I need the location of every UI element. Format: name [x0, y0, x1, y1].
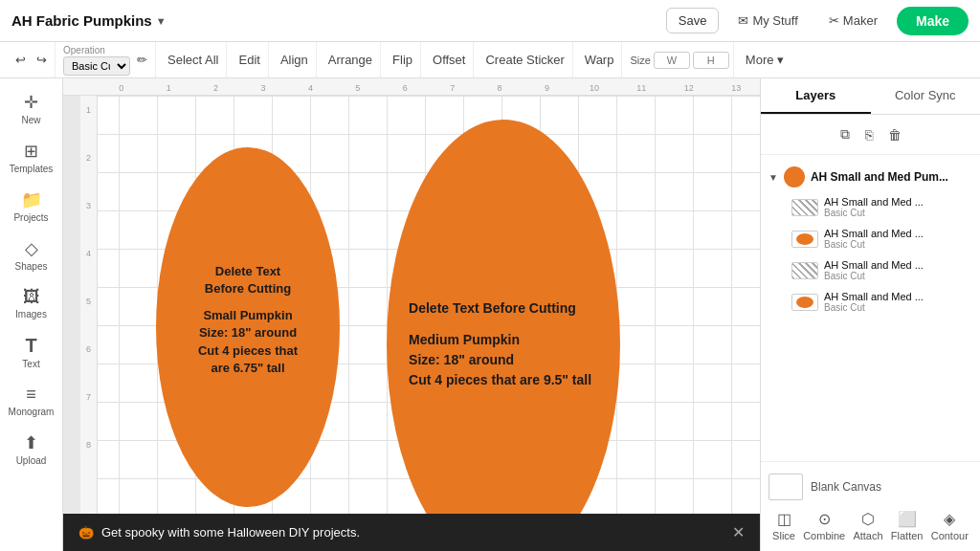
- edit-button[interactable]: Edit: [234, 50, 263, 70]
- medium-pumpkin-text: Delete Text Before Cutting Medium Pumpki…: [409, 298, 599, 390]
- attach-button[interactable]: ⬡ Attach: [853, 510, 882, 541]
- slice-button[interactable]: ◫ Slice: [772, 510, 795, 541]
- tab-color-sync[interactable]: Color Sync: [871, 78, 981, 114]
- sidebar-item-templates[interactable]: ⊞ Templates: [4, 135, 59, 180]
- small-pumpkin-container[interactable]: Delete Text Before Cutting Small Pumpkin…: [152, 143, 344, 512]
- sidebar-item-shapes-label: Shapes: [15, 261, 48, 272]
- layer-name-3: AH Small and Med ...: [824, 259, 969, 271]
- my-stuff-label: My Stuff: [752, 13, 797, 28]
- edit-group: Edit: [231, 42, 268, 77]
- layer-name-2: AH Small and Med ...: [824, 228, 969, 239]
- layer-group[interactable]: ▼ AH Small and Med Pum... AH Small and M…: [761, 159, 980, 321]
- operation-label: Operation: [63, 45, 130, 55]
- maker-button[interactable]: ✂ Maker: [817, 9, 889, 33]
- toast-notification: 🎃 Get spooky with some Halloween DIY pro…: [63, 514, 760, 551]
- sidebar-item-templates-label: Templates: [10, 164, 54, 174]
- layers-list: ▼ AH Small and Med Pum... AH Small and M…: [761, 155, 980, 461]
- undo-button[interactable]: ↩: [11, 50, 30, 70]
- layer-name-4: AH Small and Med ...: [824, 291, 969, 302]
- maker-icon: ✂: [829, 13, 839, 28]
- sidebar-item-projects-label: Projects: [13, 212, 48, 223]
- svg-point-2: [786, 168, 803, 186]
- select-all-button[interactable]: Select All: [164, 50, 222, 70]
- create-sticker-button[interactable]: Create Sticker: [481, 50, 568, 70]
- images-icon: 🖼: [23, 287, 40, 307]
- select-all-group: Select All: [160, 42, 227, 77]
- paste-icon: ⎘: [865, 127, 873, 143]
- svg-point-4: [796, 297, 813, 308]
- align-button[interactable]: Align: [277, 50, 312, 70]
- title-text: AH Fabric Pumpkins: [11, 12, 152, 29]
- layer-item[interactable]: AH Small and Med ... Basic Cut: [768, 254, 972, 286]
- monogram-icon: ≡: [26, 385, 36, 405]
- redo-button[interactable]: ↪: [33, 50, 51, 70]
- medium-pumpkin-container[interactable]: Delete Text Before Cutting Medium Pumpki…: [382, 115, 626, 551]
- create-sticker-group: Create Sticker: [478, 42, 572, 77]
- make-button[interactable]: Make: [897, 7, 969, 35]
- slice-label: Slice: [772, 530, 795, 541]
- sidebar-item-new[interactable]: ✛ New: [4, 86, 59, 131]
- offset-button[interactable]: Offset: [429, 50, 469, 70]
- layer-thumb-4: [791, 294, 818, 311]
- layer-item[interactable]: AH Small and Med ... Basic Cut: [768, 191, 972, 223]
- paste-layer-button[interactable]: ⎘: [861, 123, 877, 146]
- blank-canvas-label: Blank Canvas: [811, 480, 881, 494]
- copy-icon: ⧉: [840, 126, 850, 142]
- save-button[interactable]: Save: [666, 8, 720, 33]
- edit-tool-button[interactable]: ✏: [133, 50, 151, 70]
- arrange-group: Arrange: [321, 42, 381, 77]
- layer-name-1: AH Small and Med ...: [824, 196, 969, 208]
- layer-item[interactable]: AH Small and Med ... Basic Cut: [768, 223, 972, 254]
- layer-info-2: AH Small and Med ... Basic Cut: [824, 228, 969, 250]
- flatten-icon: ⬜: [898, 510, 917, 528]
- width-input[interactable]: [654, 52, 690, 69]
- toast-icon: 🎃: [78, 525, 94, 540]
- toolbar: ↩ ↪ Operation Basic Cut ✏ Select All Edi…: [0, 42, 980, 78]
- my-stuff-icon: ✉: [738, 13, 748, 28]
- canvas-area[interactable]: 0 1 2 3 4 5 6 7 8 9 10 11 12 13 1: [63, 78, 760, 551]
- sidebar-item-upload-label: Upload: [16, 455, 47, 466]
- sidebar-item-monogram[interactable]: ≡ Monogram: [4, 379, 59, 423]
- delete-layer-button[interactable]: 🗑: [884, 123, 905, 146]
- tab-layers[interactable]: Layers: [761, 78, 871, 114]
- warp-button[interactable]: Warp: [581, 50, 618, 70]
- combine-label: Combine: [803, 530, 845, 541]
- copy-layer-button[interactable]: ⧉: [836, 122, 854, 146]
- toast-close-button[interactable]: ✕: [732, 523, 745, 541]
- flip-button[interactable]: Flip: [389, 50, 416, 70]
- vertical-ruler: 1 2 3 4 5 6 7 8: [80, 96, 98, 551]
- history-group: ↩ ↪: [8, 42, 56, 77]
- small-pumpkin-text: Delete Text Before Cutting Small Pumpkin…: [167, 263, 329, 377]
- sidebar-item-upload[interactable]: ⬆ Upload: [4, 427, 59, 472]
- layer-type-4: Basic Cut: [824, 302, 969, 313]
- combine-button[interactable]: ⊙ Combine: [803, 510, 845, 541]
- contour-button[interactable]: ◈ Contour: [931, 510, 969, 541]
- operation-select[interactable]: Basic Cut: [63, 56, 130, 76]
- more-button[interactable]: More ▾: [742, 50, 788, 70]
- height-input[interactable]: [693, 52, 729, 69]
- document-title[interactable]: AH Fabric Pumpkins ▼: [11, 12, 167, 29]
- sidebar-item-images[interactable]: 🖼 Images: [4, 281, 59, 325]
- arrange-button[interactable]: Arrange: [324, 50, 376, 70]
- svg-point-3: [796, 233, 813, 245]
- flatten-button[interactable]: ⬜ Flatten: [891, 510, 924, 541]
- layer-type-1: Basic Cut: [824, 208, 969, 218]
- contour-label: Contour: [931, 530, 969, 541]
- main-content: ✛ New ⊞ Templates 📁 Projects ◇ Shapes 🖼 …: [0, 78, 980, 551]
- size-label: Size: [630, 55, 650, 66]
- my-stuff-button[interactable]: ✉ My Stuff: [726, 9, 809, 33]
- sidebar-item-projects[interactable]: 📁 Projects: [4, 184, 59, 229]
- align-group: Align: [273, 42, 317, 77]
- canvas-grid[interactable]: 1 2 3 4 5 6 7 8 Delete Text Before Cutti…: [80, 96, 760, 551]
- layer-item[interactable]: AH Small and Med ... Basic Cut: [768, 286, 972, 318]
- sidebar-item-monogram-label: Monogram: [9, 407, 55, 417]
- sidebar-item-text[interactable]: T Text: [4, 329, 59, 375]
- sidebar-item-images-label: Images: [15, 309, 47, 320]
- maker-label: Maker: [843, 13, 878, 28]
- more-group: More ▾: [738, 42, 791, 77]
- left-sidebar: ✛ New ⊞ Templates 📁 Projects ◇ Shapes 🖼 …: [0, 78, 63, 551]
- layer-type-3: Basic Cut: [824, 271, 969, 281]
- topbar: AH Fabric Pumpkins ▼ Save ✉ My Stuff ✂ M…: [0, 0, 980, 42]
- layer-group-header[interactable]: ▼ AH Small and Med Pum...: [768, 163, 972, 191]
- sidebar-item-shapes[interactable]: ◇ Shapes: [4, 232, 59, 277]
